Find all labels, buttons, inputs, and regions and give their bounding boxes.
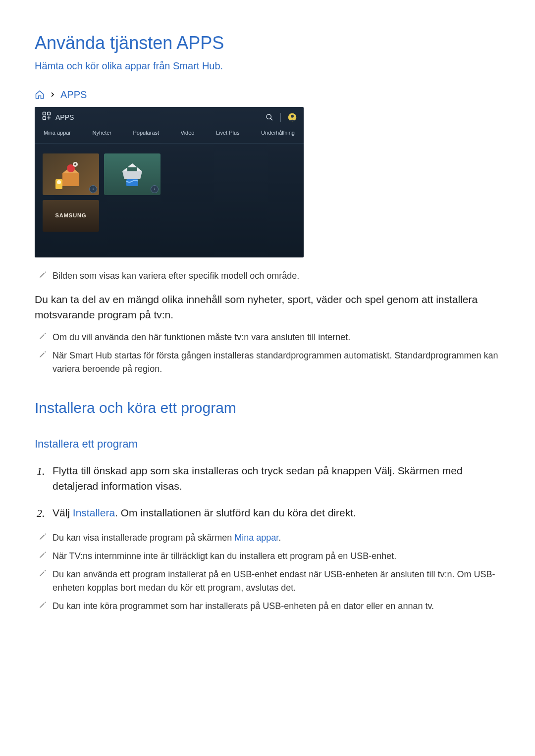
inline-link: Installera [73, 507, 115, 518]
note-text: Du kan använda ett program installerat p… [53, 569, 495, 593]
note-text: När TV:ns internminne inte är tillräckli… [53, 551, 396, 561]
svg-rect-0 [43, 112, 46, 115]
apps-icon [42, 111, 52, 124]
pencil-icon [39, 533, 47, 541]
chevron-right-icon [50, 88, 55, 101]
svg-point-9 [74, 163, 76, 165]
tab-my-apps[interactable]: Mina appar [44, 129, 71, 137]
section-heading: Installera och köra ett program [35, 397, 500, 419]
pencil-icon [39, 569, 47, 577]
note-text: Bilden som visas kan variera efter speci… [53, 271, 299, 281]
pencil-icon [39, 271, 47, 279]
svg-rect-6 [62, 173, 79, 186]
pencil-icon [39, 601, 47, 609]
note-text: Om du vill använda den här funktionen må… [53, 332, 350, 342]
download-badge-icon: ↓ [89, 185, 97, 193]
breadcrumb-label: APPS [60, 87, 87, 102]
step-item: Välj Installera. Om installationen är sl… [35, 505, 500, 521]
note-item: När TV:ns internminne inte är tillräckli… [35, 550, 500, 563]
tab-life[interactable]: Livet Plus [216, 129, 240, 137]
inline-link: Mina appar [234, 533, 278, 543]
note-item: Du kan använda ett program installerat p… [35, 568, 500, 595]
tab-video[interactable]: Video [181, 129, 195, 137]
note-item: Du kan inte köra programmet som har inst… [35, 600, 500, 613]
svg-rect-2 [43, 117, 46, 120]
step-text: . Om installationen är slutförd kan du k… [115, 507, 356, 518]
tab-news[interactable]: Nyheter [93, 129, 112, 137]
apps-header-label: APPS [55, 112, 74, 123]
tab-entertainment[interactable]: Underhållning [261, 129, 295, 137]
steps-list: Flytta till önskad app som ska installer… [35, 463, 500, 521]
tab-popular[interactable]: Populärast [133, 129, 159, 137]
apps-screenshot: APPS Mina appar Nyheter Populärast Video… [35, 107, 304, 257]
page-title: Använda tjänsten APPS [35, 30, 500, 56]
apps-tabs: Mina appar Nyheter Populärast Video Live… [35, 127, 304, 144]
note-text: Du kan visa installerade program på skär… [53, 533, 234, 543]
app-tile[interactable]: ↓ [104, 153, 160, 195]
breadcrumb: APPS [35, 87, 500, 102]
note-item: När Smart Hub startas för första gången … [35, 349, 500, 376]
svg-point-5 [291, 115, 294, 118]
divider [280, 113, 281, 122]
download-badge-icon: ↓ [151, 185, 159, 193]
step-text: Flytta till önskad app som ska installer… [53, 465, 463, 492]
note-text: När Smart Hub startas för första gången … [53, 351, 498, 374]
svg-rect-1 [48, 112, 51, 115]
user-icon[interactable] [288, 113, 297, 122]
search-icon[interactable] [266, 113, 273, 121]
body-paragraph: Du kan ta del av en mängd olika innehåll… [35, 292, 500, 323]
subsection-heading: Installera ett program [35, 436, 500, 452]
pencil-icon [39, 551, 47, 559]
app-tile[interactable]: ↓ [43, 153, 99, 195]
step-text: Välj [53, 507, 73, 518]
page-subtitle: Hämta och kör olika appar från Smart Hub… [35, 58, 500, 73]
home-icon [35, 90, 45, 100]
note-item: Bilden som visas kan variera efter speci… [35, 269, 500, 283]
note-item: Om du vill använda den här funktionen må… [35, 331, 500, 344]
svg-point-3 [267, 114, 271, 119]
svg-point-11 [57, 180, 61, 184]
app-tile-samsung[interactable]: SAMSUNG [43, 200, 99, 232]
note-text: Du kan inte köra programmet som har inst… [53, 601, 434, 611]
pencil-icon [39, 351, 47, 358]
step-item: Flytta till önskad app som ska installer… [35, 463, 500, 494]
pencil-icon [39, 332, 47, 340]
note-text: . [278, 533, 281, 543]
note-item: Du kan visa installerade program på skär… [35, 531, 500, 545]
